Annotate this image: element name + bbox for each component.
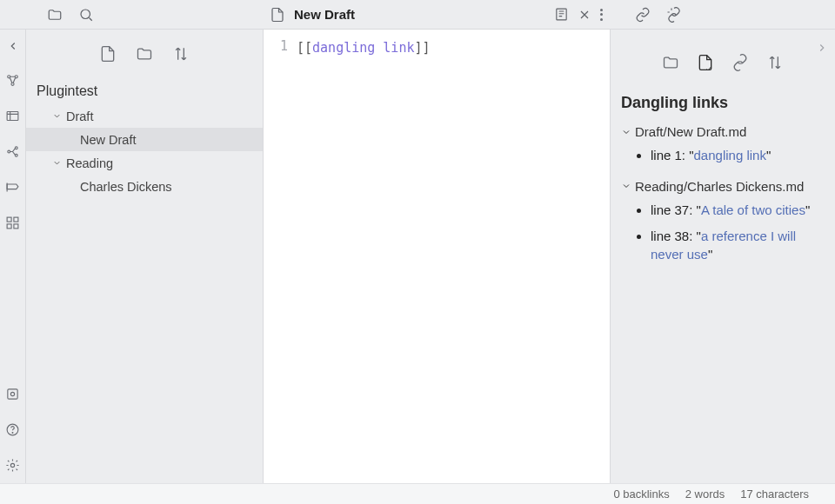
close-icon[interactable]: [578, 8, 591, 22]
group-by-file-icon[interactable]: [697, 54, 714, 71]
settings-icon[interactable]: [5, 458, 20, 473]
vault-icon[interactable]: [5, 387, 20, 401]
tree-item-label: New Draft: [80, 133, 136, 147]
group-by-folder-icon[interactable]: [662, 54, 679, 71]
svg-point-0: [81, 10, 90, 19]
vault-name: Plugintest: [26, 78, 263, 104]
dangling-link-item[interactable]: line 1: "dangling link": [651, 143, 825, 169]
command-palette-icon[interactable]: [5, 216, 20, 230]
more-options-icon[interactable]: [600, 9, 604, 21]
status-chars[interactable]: 17 characters: [740, 487, 809, 501]
sort-right-icon[interactable]: [766, 54, 784, 71]
tree-item-label: Charles Dickens: [80, 180, 172, 194]
tree-file[interactable]: New Draft: [26, 128, 263, 151]
svg-point-17: [10, 463, 14, 467]
new-note-icon[interactable]: [99, 45, 117, 63]
editor-body[interactable]: 1 [[dangling link]]: [264, 30, 610, 483]
right-pane: Dangling links Draft/New Draft.mdline 1:…: [611, 30, 835, 483]
sort-icon[interactable]: [172, 45, 190, 63]
tree-item-label: Draft: [66, 109, 93, 123]
svg-rect-13: [8, 389, 17, 399]
plugin-icon[interactable]: [5, 144, 20, 159]
panel-title: Dangling links: [611, 90, 835, 121]
dangling-file-header[interactable]: Draft/New Draft.md: [621, 121, 825, 143]
dangling-link[interactable]: A tale of two cities: [701, 202, 805, 217]
graph-view-icon[interactable]: [5, 73, 20, 88]
chevron-down-icon[interactable]: [50, 158, 63, 168]
app-ribbon: [0, 30, 26, 483]
editor-tab[interactable]: New Draft: [263, 0, 611, 30]
file-explorer-pane: Plugintest DraftNew DraftReadingCharles …: [26, 30, 263, 483]
link-icon[interactable]: [635, 7, 651, 23]
svg-point-6: [8, 150, 10, 153]
bookmarks-icon[interactable]: [5, 180, 20, 195]
canvas-icon[interactable]: [5, 109, 20, 123]
tree-folder[interactable]: Reading: [26, 151, 263, 175]
help-icon[interactable]: [5, 422, 20, 437]
tab-title: New Draft: [294, 7, 355, 22]
svg-point-14: [10, 392, 14, 395]
svg-point-7: [15, 147, 17, 149]
dangling-file-name: Reading/Charles Dickens.md: [635, 179, 804, 194]
svg-rect-5: [7, 112, 18, 121]
svg-rect-11: [7, 224, 11, 229]
document-icon: [270, 7, 285, 23]
chevron-down-icon: [621, 127, 631, 137]
collapse-right-icon[interactable]: [816, 42, 828, 54]
chevron-down-icon: [621, 181, 631, 191]
group-by-link-icon[interactable]: [731, 54, 749, 71]
dangling-file-header[interactable]: Reading/Charles Dickens.md: [621, 176, 825, 197]
tree-folder[interactable]: Draft: [26, 104, 263, 128]
dangling-file-name: Draft/New Draft.md: [635, 124, 746, 139]
status-words[interactable]: 2 words: [685, 487, 725, 501]
svg-rect-12: [14, 224, 18, 229]
status-backlinks[interactable]: 0 backlinks: [613, 487, 669, 501]
editor-content[interactable]: [[dangling link]]: [297, 38, 610, 483]
titlebar: New Draft: [0, 0, 835, 30]
file-tree: DraftNew DraftReadingCharles Dickens: [26, 104, 263, 198]
collapse-left-icon[interactable]: [7, 40, 19, 52]
line-number: 1: [264, 38, 297, 483]
reading-view-icon[interactable]: [554, 7, 569, 22]
svg-rect-10: [14, 217, 18, 222]
tree-file[interactable]: Charles Dickens: [26, 175, 263, 198]
tree-item-label: Reading: [66, 156, 113, 170]
editor-pane: 1 [[dangling link]]: [263, 30, 611, 483]
chevron-down-icon[interactable]: [50, 111, 63, 121]
file-explorer-icon[interactable]: [47, 7, 63, 23]
broken-link-icon[interactable]: [666, 7, 682, 23]
status-bar: 0 backlinks 2 words 17 characters: [0, 483, 835, 504]
dangling-link[interactable]: dangling link: [694, 148, 766, 162]
dangling-link-item[interactable]: line 38: "a reference I will never use": [651, 223, 825, 269]
svg-point-4: [11, 83, 14, 85]
svg-point-16: [12, 433, 13, 434]
dangling-link-item[interactable]: line 37: "A tale of two cities": [651, 197, 825, 223]
wikilink[interactable]: dangling link: [312, 40, 414, 56]
svg-rect-1: [557, 9, 566, 20]
search-icon[interactable]: [78, 7, 94, 23]
svg-point-8: [15, 154, 17, 156]
new-folder-icon[interactable]: [136, 45, 153, 63]
svg-rect-9: [7, 217, 11, 222]
